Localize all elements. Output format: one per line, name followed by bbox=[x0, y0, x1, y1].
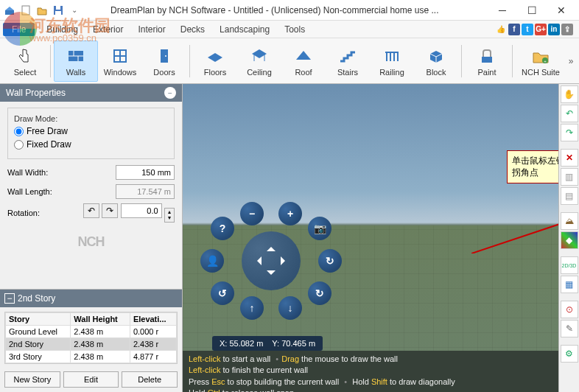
linkedin-icon[interactable]: in bbox=[548, 24, 560, 35]
rt-undo-button[interactable]: ↶ bbox=[561, 105, 578, 122]
rt-snap-button[interactable]: ⊙ bbox=[561, 301, 578, 318]
rt-redo-button[interactable]: ↷ bbox=[561, 124, 578, 141]
tool-stairs[interactable]: Stairs bbox=[326, 41, 370, 82]
rt-pan-button[interactable]: ✋ bbox=[561, 85, 578, 103]
rt-measure-button[interactable]: ✎ bbox=[561, 320, 578, 337]
radio-free-draw-row[interactable]: Free Draw bbox=[14, 126, 168, 136]
svg-point-14 bbox=[165, 55, 166, 57]
svg-marker-19 bbox=[296, 51, 311, 60]
tool-railing[interactable]: Railing bbox=[370, 41, 414, 82]
share-icon[interactable]: ⇪ bbox=[561, 24, 573, 35]
new-story-button[interactable]: New Story bbox=[4, 371, 60, 388]
sidebar: Wall Properties − Draw Mode: Free Draw F… bbox=[0, 84, 183, 392]
tool-floors[interactable]: Floors bbox=[193, 41, 237, 82]
wall-width-input[interactable] bbox=[116, 165, 175, 180]
col-wall-height[interactable]: Wall Height bbox=[71, 313, 130, 326]
walls-icon bbox=[66, 46, 86, 66]
nav-tilt-button[interactable]: ↻ bbox=[308, 281, 331, 305]
qat-save-icon[interactable] bbox=[52, 4, 65, 17]
rt-paste-button[interactable]: ▤ bbox=[561, 187, 578, 205]
nch-suite-icon: + bbox=[530, 46, 551, 66]
rt-roof-button[interactable]: ⛰ bbox=[561, 212, 578, 230]
stairs-icon bbox=[337, 46, 358, 66]
radio-fixed-draw[interactable] bbox=[14, 140, 24, 150]
googleplus-icon[interactable]: G+ bbox=[535, 24, 547, 35]
table-row[interactable]: 3rd Story 2.438 m 4.877 r bbox=[6, 351, 177, 363]
menu-landscaping[interactable]: Landscaping bbox=[212, 23, 277, 36]
close-button[interactable]: ✕ bbox=[547, 1, 576, 20]
col-story[interactable]: Story bbox=[6, 313, 71, 326]
wall-length-row: Wall Length: bbox=[7, 184, 175, 199]
tool-ceiling[interactable]: Ceiling bbox=[237, 41, 281, 82]
wall-length-input bbox=[116, 184, 175, 199]
menu-tools[interactable]: Tools bbox=[277, 23, 312, 36]
tool-block-label: Block bbox=[427, 68, 446, 77]
rotate-ccw-button[interactable]: ↶ bbox=[83, 203, 99, 218]
delete-story-button[interactable]: Delete bbox=[122, 371, 178, 388]
menubar: File Building Exterior Interior Decks La… bbox=[0, 21, 579, 38]
like-icon[interactable]: 👍 bbox=[495, 24, 507, 35]
nav-camera-button[interactable]: 📷 bbox=[308, 217, 331, 240]
tool-doors[interactable]: Doors bbox=[142, 41, 186, 82]
tool-block[interactable]: Block bbox=[414, 41, 458, 82]
facebook-icon[interactable]: f bbox=[508, 24, 520, 35]
titlebar: ⌄ DreamPlan by NCH Software - Untitled -… bbox=[0, 0, 579, 21]
menu-building[interactable]: Building bbox=[39, 23, 85, 36]
windows-icon bbox=[110, 46, 130, 66]
table-row[interactable]: 2nd Story 2.438 m 2.438 r bbox=[6, 338, 177, 351]
maximize-button[interactable]: ☐ bbox=[517, 1, 547, 20]
rt-delete-button[interactable]: ✕ bbox=[561, 149, 578, 167]
window-controls: ─ ☐ ✕ bbox=[488, 1, 576, 20]
radio-free-draw-label: Free Draw bbox=[27, 126, 68, 136]
rt-view-toggle-button[interactable]: 2D/3D bbox=[561, 256, 578, 274]
collapse-panel-icon[interactable]: − bbox=[164, 87, 176, 99]
tool-windows[interactable]: Windows bbox=[98, 41, 142, 82]
qat-dropdown-icon[interactable]: ⌄ bbox=[68, 4, 81, 17]
tool-roof[interactable]: Roof bbox=[281, 41, 326, 82]
rotation-row: Rotation: ↶ ↷ ▴▾ bbox=[7, 203, 175, 223]
nav-up-button[interactable]: ↑ bbox=[240, 296, 264, 320]
tool-roof-label: Roof bbox=[295, 68, 312, 77]
quick-access-toolbar: ⌄ bbox=[3, 4, 81, 17]
radio-fixed-draw-row[interactable]: Fixed Draw bbox=[14, 139, 168, 150]
nav-pan-wheel[interactable] bbox=[242, 231, 301, 290]
rotation-input[interactable] bbox=[121, 203, 162, 218]
floors-icon bbox=[205, 46, 225, 66]
menu-decks[interactable]: Decks bbox=[173, 23, 212, 36]
radio-free-draw[interactable] bbox=[14, 127, 24, 136]
nav-rotate-right-button[interactable]: ↻ bbox=[318, 249, 342, 273]
nav-person-button[interactable]: 👤 bbox=[200, 249, 224, 273]
story-collapse-icon[interactable]: − bbox=[4, 293, 15, 304]
tool-nch-suite[interactable]: + NCH Suite bbox=[516, 41, 566, 82]
rotation-stepper[interactable]: ▴▾ bbox=[164, 208, 175, 223]
nav-zoom-out-button[interactable]: − bbox=[240, 202, 264, 225]
tool-stairs-label: Stairs bbox=[337, 68, 358, 77]
svg-rect-2 bbox=[22, 6, 29, 15]
coordinates-readout: X: 55.082 m Y: 70.465 m bbox=[212, 336, 323, 351]
rotate-cw-button[interactable]: ↷ bbox=[102, 203, 118, 218]
menu-interior[interactable]: Interior bbox=[130, 23, 172, 36]
nav-rotate-left-button[interactable]: ↺ bbox=[211, 281, 234, 305]
file-menu-button[interactable]: File bbox=[3, 23, 35, 36]
viewport-3d[interactable]: 单击鼠标左键，定位第一个拐角点 − + ? 📷 👤 ↻ ↺ ↻ ↑ ↓ X: 5… bbox=[183, 84, 579, 392]
tool-paint[interactable]: Paint bbox=[465, 41, 509, 82]
tool-select[interactable]: Select bbox=[3, 41, 47, 82]
qat-open-icon[interactable] bbox=[35, 4, 49, 17]
table-row[interactable]: Ground Level 2.438 m 0.000 r bbox=[6, 326, 177, 338]
nav-zoom-in-button[interactable]: + bbox=[278, 202, 302, 225]
nav-down-button[interactable]: ↓ bbox=[278, 296, 302, 320]
qat-new-icon[interactable] bbox=[19, 4, 32, 17]
nav-help-button[interactable]: ? bbox=[211, 217, 234, 240]
edit-story-button[interactable]: Edit bbox=[63, 371, 119, 388]
rt-material-button[interactable]: ◆ bbox=[561, 231, 578, 249]
toolbar-expand-icon[interactable]: » bbox=[566, 56, 576, 66]
twitter-icon[interactable]: t bbox=[522, 24, 533, 35]
rt-settings-button[interactable]: ⚙ bbox=[561, 345, 578, 363]
rt-grid-button[interactable]: ▦ bbox=[561, 276, 578, 293]
minimize-button[interactable]: ─ bbox=[488, 1, 517, 20]
tool-walls[interactable]: Walls bbox=[54, 41, 98, 82]
qat-dreamplan-icon[interactable] bbox=[3, 4, 16, 17]
menu-exterior[interactable]: Exterior bbox=[85, 23, 130, 36]
rt-copy-button[interactable]: ▥ bbox=[561, 168, 578, 186]
col-elevation[interactable]: Elevati... bbox=[130, 313, 176, 326]
